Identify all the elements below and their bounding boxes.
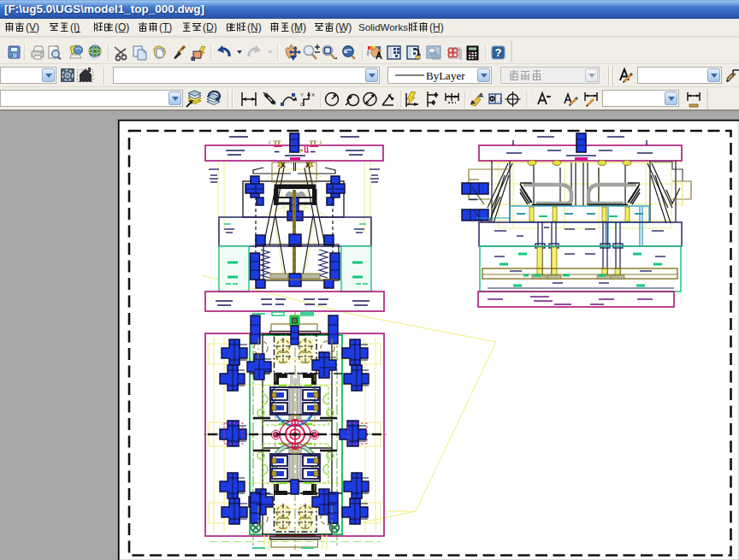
svg-text:.1: .1 — [497, 96, 503, 103]
svg-text:(D): (D) — [203, 21, 217, 33]
svg-text:(O): (O) — [115, 21, 129, 33]
svg-text:(H): (H) — [429, 21, 444, 33]
svg-text:(I): (I) — [70, 21, 80, 33]
svg-text:?: ? — [495, 46, 502, 59]
svg-text:Y: Y — [300, 92, 304, 97]
svg-text:A: A — [479, 92, 483, 98]
svg-text:O: O — [300, 102, 304, 107]
svg-text:(T): (T) — [159, 21, 172, 33]
svg-text:X: X — [311, 92, 315, 97]
svg-text:(M): (M) — [291, 21, 306, 33]
svg-text:SolidWorks: SolidWorks — [358, 22, 408, 32]
svg-text:(W): (W) — [335, 21, 352, 33]
svg-text:(V): (V) — [26, 21, 39, 33]
svg-text:(N): (N) — [247, 21, 262, 33]
